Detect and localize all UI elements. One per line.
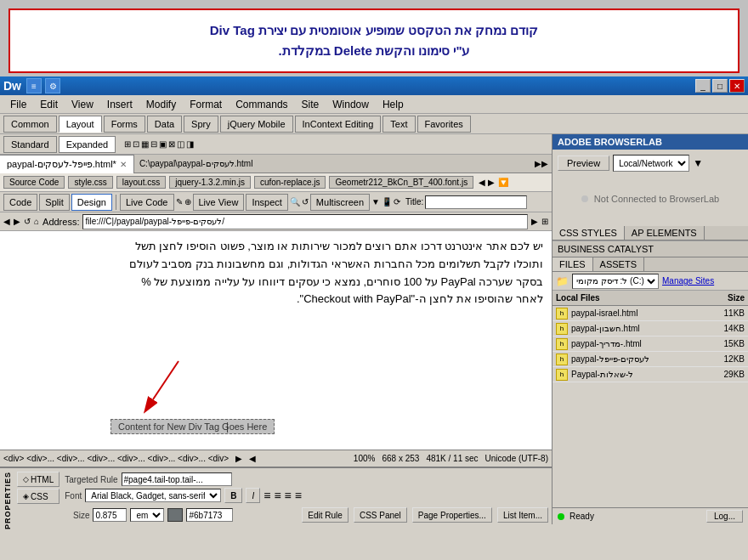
live-code-icon[interactable]: ✎ <box>176 197 183 206</box>
align-right-icon[interactable]: ≡ <box>285 489 292 502</box>
drive-select[interactable]: ל: דיסק מקומי (C:) <box>572 274 659 289</box>
menu-site[interactable]: Site <box>295 97 326 112</box>
new-div-placeholder[interactable]: Content for New Div Tag Goes Here <box>110 418 275 434</box>
menu-help[interactable]: Help <box>376 97 411 112</box>
size-unit-select[interactable]: em px <box>130 508 164 522</box>
tab-favorites[interactable]: Favorites <box>417 116 471 133</box>
log-btn[interactable]: Log... <box>706 510 743 523</box>
tab-ap-elements[interactable]: AP ELEMENTS <box>625 226 705 240</box>
cufon-btn[interactable]: cufon-replace.js <box>254 176 326 189</box>
geometr-btn[interactable]: Geometr212_BkCn_BT_400.font.js <box>329 176 473 189</box>
font-select[interactable]: Arial Black, Gadget, sans-serif <box>85 489 221 502</box>
page-properties-btn[interactable]: Page Properties... <box>412 507 492 523</box>
tab-forms[interactable]: Forms <box>104 116 145 133</box>
toolbar-icon-4[interactable]: ⊟ <box>150 139 157 149</box>
file-tab-active[interactable]: paypal-פייפל-לעסקים.html* ✕ <box>0 155 134 173</box>
menu-edit[interactable]: Edit <box>33 97 65 112</box>
maximize-btn[interactable]: □ <box>712 79 728 93</box>
related-files-nav[interactable]: ◀ ▶ <box>479 178 495 187</box>
css-btn[interactable]: ◈ CSS <box>17 489 60 504</box>
menu-window[interactable]: Window <box>326 97 376 112</box>
close-btn[interactable]: ✕ <box>729 79 745 93</box>
jquery-btn[interactable]: jquery-1.3.2.min.js <box>169 176 251 189</box>
btn-split[interactable]: Split <box>39 194 69 211</box>
layout-css-btn[interactable]: layout.css <box>116 176 166 189</box>
tab-data[interactable]: Data <box>147 116 182 133</box>
device-icon[interactable]: 📱 <box>382 197 392 206</box>
live-code-icon2[interactable]: ⊕ <box>184 197 191 206</box>
tab-files[interactable]: FILES <box>552 257 593 271</box>
list-item-btn[interactable]: List Item... <box>497 507 548 523</box>
btn-live-code[interactable]: Live Code <box>120 194 174 211</box>
network-select[interactable]: Local/Network <box>613 155 689 172</box>
source-code-btn[interactable]: Source Code <box>3 176 65 189</box>
address-go[interactable]: ▶ <box>531 217 538 226</box>
align-center-icon[interactable]: ≡ <box>274 489 280 502</box>
menu-insert[interactable]: Insert <box>100 97 139 112</box>
address-input[interactable] <box>82 214 528 229</box>
menu-commands[interactable]: Commands <box>229 97 294 112</box>
btn-design[interactable]: Design <box>71 194 112 211</box>
tab-spry[interactable]: Spry <box>184 116 218 133</box>
multiscreen-dropdown[interactable]: ▼ <box>371 197 380 206</box>
btn-live-view[interactable]: Live View <box>193 194 245 211</box>
btn-multiscreen[interactable]: Multiscreen <box>310 194 370 211</box>
toolbar-icon-1[interactable]: ⊞ <box>124 139 131 149</box>
html-btn[interactable]: ◇ HTML <box>17 472 60 487</box>
panel-expand-icon[interactable]: ▶▶ <box>531 155 552 173</box>
toolbar-icon-8[interactable]: ◨ <box>186 139 194 149</box>
dw-settings-icon[interactable]: ⚙ <box>45 78 60 93</box>
style-css-btn[interactable]: style.css <box>68 176 112 189</box>
breadcrumb-icon[interactable]: ▶ <box>235 454 242 463</box>
menu-file[interactable]: File <box>3 97 33 112</box>
size-input[interactable] <box>93 508 127 522</box>
sync-icon[interactable]: ⟳ <box>394 197 400 206</box>
tab-jquery-mobile[interactable]: jQuery Mobile <box>220 116 293 133</box>
italic-btn[interactable]: I <box>246 488 260 503</box>
align-justify-icon[interactable]: ≡ <box>295 489 302 502</box>
inspect-icon[interactable]: 🔍 <box>290 197 300 206</box>
file-row-4[interactable]: h paypal-לעסקים-פייפל 12KB <box>552 352 748 367</box>
css-panel-btn[interactable]: CSS Panel <box>354 507 407 523</box>
preview-btn[interactable]: Preview <box>558 156 609 171</box>
nav-back[interactable]: ◀ <box>3 217 10 226</box>
network-dropdown[interactable]: ▼ <box>693 157 703 169</box>
btn-standard[interactable]: Standard <box>3 136 57 153</box>
tab-layout[interactable]: Layout <box>59 116 102 133</box>
title-input[interactable] <box>425 195 527 209</box>
btn-code[interactable]: Code <box>3 194 37 211</box>
minimize-btn[interactable]: _ <box>695 79 711 93</box>
business-catalyst-header[interactable]: BUSINESS CATALYST <box>552 240 748 257</box>
file-tab-close[interactable]: ✕ <box>120 160 127 169</box>
refresh-icon[interactable]: ↺ <box>302 197 309 206</box>
file-row-5[interactable]: h Paypal-ל-שאלות 29KB <box>552 367 748 382</box>
btn-inspect[interactable]: Inspect <box>246 194 287 211</box>
tab-text[interactable]: Text <box>382 116 415 133</box>
targeted-rule-input[interactable] <box>122 472 232 486</box>
color-swatch[interactable] <box>167 508 183 522</box>
file-row-3[interactable]: h paypal-מדריך-.html 15KB <box>552 337 748 352</box>
file-row-1[interactable]: h paypal-israel.html 11KB <box>552 306 748 321</box>
menu-view[interactable]: View <box>65 97 100 112</box>
nav-refresh[interactable]: ↺ <box>24 217 31 226</box>
nav-home[interactable]: ⌂ <box>34 217 39 226</box>
dw-menu-icon[interactable]: ≡ <box>26 78 42 93</box>
toolbar-icon-7[interactable]: ◫ <box>177 139 184 149</box>
align-left-icon[interactable]: ≡ <box>264 489 270 502</box>
related-files-filter[interactable]: 🔽 <box>498 178 508 187</box>
tab-css-styles[interactable]: CSS STYLES <box>552 226 625 240</box>
toolbar-icon-5[interactable]: ▣ <box>159 139 167 149</box>
menu-modify[interactable]: Modify <box>139 97 183 112</box>
tab-incontext[interactable]: InContext Editing <box>295 116 382 133</box>
tab-assets[interactable]: ASSETS <box>593 257 644 271</box>
file-row-2[interactable]: h paypal-חשבון.html 14KB <box>552 321 748 337</box>
nav-forward[interactable]: ▶ <box>14 217 20 226</box>
breadcrumb-icon2[interactable]: ◀ <box>249 454 256 463</box>
bold-btn[interactable]: B <box>224 488 242 503</box>
btn-expanded[interactable]: Expanded <box>59 136 116 153</box>
edit-rule-btn[interactable]: Edit Rule <box>302 507 348 523</box>
toolbar-icon-3[interactable]: ▦ <box>141 139 149 149</box>
address-options[interactable]: ⊞ <box>541 217 548 226</box>
color-input[interactable] <box>186 508 233 522</box>
toolbar-icon-6[interactable]: ⊠ <box>168 139 175 149</box>
